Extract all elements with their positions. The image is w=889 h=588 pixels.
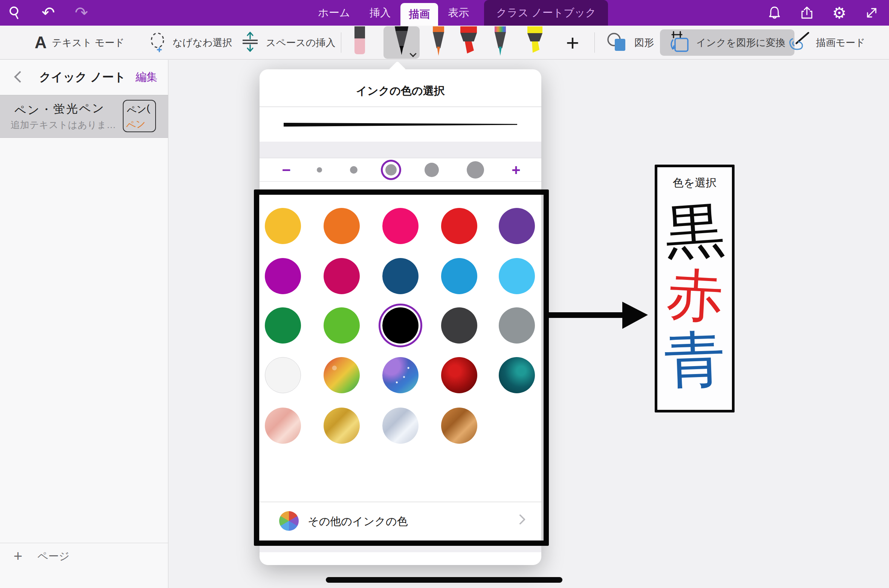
redo-button[interactable]: ↷ xyxy=(73,5,90,21)
stroke-preview xyxy=(260,107,541,142)
annotation-color-box: 色を選択 黒赤青 xyxy=(655,165,735,412)
pen-options-chevron-icon[interactable] xyxy=(411,50,416,56)
handwritten-char-3: 青 xyxy=(656,328,733,392)
thickness-dot-5[interactable] xyxy=(467,161,484,179)
notifications-bell-icon[interactable] xyxy=(766,5,783,21)
drawn-ink-stroke xyxy=(326,577,562,583)
text-mode-icon: A xyxy=(35,33,47,52)
shapes-button[interactable]: 図形 xyxy=(606,26,654,60)
thickness-dot-3[interactable] xyxy=(385,164,397,176)
add-page-button[interactable]: + ページ xyxy=(0,543,168,569)
edit-button[interactable]: 編集 xyxy=(136,70,157,85)
back-chevron-icon[interactable] xyxy=(14,73,23,82)
tab-view[interactable]: 表示 xyxy=(438,0,479,26)
popover-title: インクの色の選択 xyxy=(260,84,541,99)
top-bar: ↶ ↷ ホーム 挿入 描画 表示 クラス ノートブック ⚙ xyxy=(0,0,889,26)
insert-space-icon xyxy=(240,31,261,55)
page-item-subtitle: 追加テキストはありま… xyxy=(11,119,116,131)
search-icon[interactable] xyxy=(7,5,23,21)
page-item-title: ペン・蛍光ペン xyxy=(14,100,105,118)
draw-mode-hand-icon xyxy=(787,31,811,55)
thickness-decrease-button[interactable]: − xyxy=(277,160,296,179)
thickness-dot-1[interactable] xyxy=(317,167,322,173)
tab-draw[interactable]: 描画 xyxy=(400,3,438,26)
ink-to-shape-icon xyxy=(669,30,691,55)
plus-icon: + xyxy=(14,548,22,565)
page-list-item-selected[interactable]: ペン・蛍光ペン 追加テキストはありま… ペン( ペン xyxy=(0,95,168,138)
handwritten-char-1: 黒 xyxy=(655,199,734,263)
annotation-box-title: 色を選択 xyxy=(657,176,732,191)
toolbar-separator xyxy=(341,32,341,53)
thickness-dots xyxy=(317,158,484,182)
eraser-tool[interactable] xyxy=(349,26,371,58)
black-pen-tool-selected[interactable] xyxy=(383,26,420,59)
thickness-dot-4[interactable] xyxy=(425,163,439,177)
handwritten-char-2: 赤 xyxy=(656,265,733,325)
text-mode-button[interactable]: A テキスト モード xyxy=(35,26,125,60)
page-sidebar: クイック ノート 編集 ペン・蛍光ペン 追加テキストはありま… ペン( ペン +… xyxy=(0,60,168,588)
insert-space-button[interactable]: スペースの挿入 xyxy=(240,26,335,60)
undo-button[interactable]: ↶ xyxy=(40,5,57,21)
settings-gear-icon[interactable]: ⚙ xyxy=(831,5,848,21)
app-window: ↶ ↷ ホーム 挿入 描画 表示 クラス ノートブック ⚙ A テキ xyxy=(0,0,889,588)
fullscreen-expand-icon[interactable] xyxy=(863,5,880,21)
lasso-icon xyxy=(148,31,167,54)
notebook-title: クイック ノート xyxy=(39,69,126,85)
tab-insert[interactable]: 挿入 xyxy=(360,0,400,26)
thickness-selector: − + xyxy=(260,158,541,182)
thickness-increase-button[interactable]: + xyxy=(507,160,525,179)
popover-pointer xyxy=(388,61,406,79)
draw-mode-button[interactable]: 描画モード xyxy=(787,26,865,60)
tab-home[interactable]: ホーム xyxy=(308,0,360,26)
ink-to-shape-button[interactable]: インクを図形に変換 xyxy=(660,29,794,56)
toolbar-separator xyxy=(594,32,595,53)
ribbon-tabs: ホーム 挿入 描画 表示 クラス ノートブック xyxy=(308,0,608,26)
red-marker-tool[interactable] xyxy=(457,26,481,60)
orange-pen-tool[interactable] xyxy=(428,26,449,60)
lasso-select-button[interactable]: なげなわ選択 xyxy=(148,26,232,60)
draw-toolbar: A テキスト モード なげなわ選択 スペースの挿入 xyxy=(0,26,889,60)
tab-class-notebook[interactable]: クラス ノートブック xyxy=(484,0,608,26)
rainbow-pen-tool[interactable] xyxy=(490,26,511,60)
shapes-icon xyxy=(606,31,629,55)
add-pen-button[interactable]: + xyxy=(561,26,585,60)
thickness-band xyxy=(260,142,541,158)
yellow-highlighter-tool[interactable] xyxy=(523,26,547,60)
annotation-arrow xyxy=(547,299,649,333)
annotation-rectangle xyxy=(254,189,549,546)
page-thumbnail: ペン( ペン xyxy=(123,100,156,132)
thickness-dot-2[interactable] xyxy=(350,166,357,174)
share-icon[interactable] xyxy=(799,5,815,21)
